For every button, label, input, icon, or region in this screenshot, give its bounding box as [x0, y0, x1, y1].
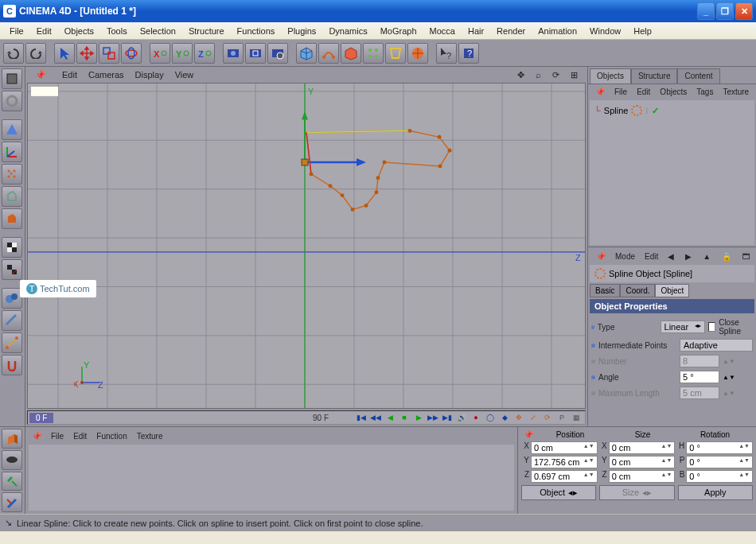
add-primitive-button[interactable] [296, 43, 317, 64]
tab-structure[interactable]: Structure [631, 68, 678, 84]
menu-tools[interactable]: Tools [100, 23, 134, 39]
pos-x-input[interactable]: 0 cm▲▼ [531, 441, 598, 454]
attrmgr-edit[interactable]: Edit [640, 251, 663, 262]
objmgr-texture[interactable]: Texture [719, 86, 753, 98]
menu-animation[interactable]: Animation [532, 23, 583, 39]
select-tool[interactable] [54, 43, 75, 64]
stop-button[interactable]: ■ [397, 411, 411, 424]
angle-input[interactable]: 5 ° [680, 371, 719, 383]
viewport-zoom-icon[interactable]: ⌕ [531, 68, 546, 82]
prev-key-button[interactable]: ◀◀ [368, 411, 383, 424]
help-pointer-button[interactable]: ? [436, 43, 457, 64]
redo-button[interactable] [25, 43, 46, 64]
pin-icon[interactable]: 📌 [591, 86, 609, 98]
next-key-button[interactable]: ▶▶ [426, 411, 440, 424]
tab-coord[interactable]: Coord. [620, 284, 655, 297]
viewport-menu-view[interactable]: View [170, 68, 199, 81]
mat-file[interactable]: File [46, 430, 68, 442]
add-spline-button[interactable] [318, 43, 339, 64]
close-hole-tool[interactable] [2, 492, 22, 512]
menu-dynamics[interactable]: Dynamics [322, 23, 373, 39]
edge-spline-button[interactable] [2, 332, 22, 353]
minimize-button[interactable]: _ [697, 2, 715, 20]
mat-function[interactable]: Function [92, 430, 131, 442]
model-mode-button[interactable] [2, 68, 22, 89]
pos-z-input[interactable]: 0.697 cm▲▼ [531, 470, 598, 483]
pos-y-input[interactable]: 172.756 cm▲▼ [531, 456, 598, 468]
move-tool[interactable] [76, 43, 97, 64]
header-size[interactable]: Size [606, 430, 679, 439]
optimize-tool[interactable] [2, 472, 22, 492]
edges-button[interactable] [2, 186, 22, 207]
x-axis-lock[interactable]: X [150, 43, 170, 64]
sound-button[interactable]: 🔊 [454, 411, 469, 424]
visibility-check-icon[interactable]: ✓ [652, 106, 659, 116]
add-deformer-button[interactable] [385, 43, 406, 64]
texture-axis-button[interactable] [2, 259, 22, 280]
texture-mode-button[interactable] [2, 237, 22, 258]
render-active-button[interactable] [245, 43, 266, 64]
tab-object[interactable]: Object [655, 284, 689, 297]
objmgr-objects[interactable]: Objects [656, 86, 691, 98]
viewport-rotate-icon[interactable]: ⟳ [548, 68, 564, 82]
anim-dot[interactable] [591, 375, 595, 379]
tab-content[interactable]: Content [677, 68, 719, 84]
apply-button[interactable]: Apply [678, 485, 753, 500]
pin-icon[interactable]: 📌 [30, 68, 51, 82]
record-button[interactable]: ● [469, 411, 483, 424]
key-rot-button[interactable]: ⟳ [540, 411, 555, 424]
key-button[interactable]: ◆ [497, 411, 512, 424]
type-dropdown[interactable]: Linear◂▸ [661, 321, 705, 333]
z-axis-lock[interactable]: Z [194, 43, 215, 64]
object-tree[interactable]: └ Spline ⁞ ✓ [590, 100, 754, 245]
menu-objects[interactable]: Objects [58, 23, 100, 39]
header-position[interactable]: Position [534, 430, 606, 439]
viewport-menu-edit[interactable]: Edit [57, 68, 82, 81]
nav-back-icon[interactable]: ◀ [663, 251, 679, 262]
objmgr-edit[interactable]: Edit [633, 86, 654, 98]
help-button[interactable]: ? [458, 43, 479, 64]
extrude-tool[interactable] [2, 429, 22, 449]
key-pos-button[interactable]: ✥ [512, 411, 526, 424]
tab-objects[interactable]: Objects [590, 68, 631, 84]
rotate-tool[interactable] [121, 43, 142, 64]
play-button[interactable]: ▶ [411, 411, 426, 424]
nav-fwd-icon[interactable]: ▶ [680, 251, 696, 262]
autokey-button[interactable]: ◯ [483, 411, 497, 424]
close-spline-checkbox[interactable] [708, 322, 716, 332]
rot-p-input[interactable]: 0 °▲▼ [686, 456, 753, 468]
size-z-input[interactable]: 0 cm▲▼ [609, 470, 676, 483]
mat-texture[interactable]: Texture [132, 430, 168, 442]
render-view-button[interactable] [223, 43, 244, 64]
goto-end-button[interactable]: ▶▮ [440, 411, 454, 424]
goto-start-button[interactable]: ▮◀ [354, 411, 368, 424]
tab-basic[interactable]: Basic [590, 284, 620, 297]
materials-area[interactable] [29, 445, 514, 511]
menu-mocca[interactable]: Mocca [423, 23, 462, 39]
viewport-layout-icon[interactable]: ⊞ [566, 68, 583, 82]
bevel-tool[interactable] [2, 450, 22, 470]
viewport-pan-icon[interactable]: ✥ [512, 68, 529, 82]
render-settings-button[interactable] [267, 43, 288, 64]
menu-structure[interactable]: Structure [182, 23, 231, 39]
lock-icon[interactable]: 🔒 [717, 251, 736, 262]
viewport-menu-cameras[interactable]: Cameras [84, 68, 129, 81]
make-editable-button[interactable] [2, 310, 22, 331]
add-nurbs-button[interactable] [341, 43, 361, 64]
menu-help[interactable]: Help [627, 23, 658, 39]
key-scale-button[interactable]: ⤢ [526, 411, 540, 424]
header-rotation[interactable]: Rotation [679, 430, 751, 439]
add-array-button[interactable] [363, 43, 384, 64]
undo-button[interactable] [3, 43, 24, 64]
intermediate-dropdown[interactable]: Adaptive [680, 339, 753, 352]
anim-dot[interactable] [591, 344, 595, 348]
polygons-button[interactable] [2, 208, 22, 229]
current-frame[interactable]: 0 F [29, 413, 53, 423]
axis-tool-button[interactable] [2, 142, 22, 162]
attrmgr-mode[interactable]: Mode [610, 251, 640, 262]
menu-selection[interactable]: Selection [134, 23, 182, 39]
object-mode-button[interactable]: Object◂▸ [521, 485, 596, 500]
pin-icon[interactable]: 📌 [591, 251, 610, 262]
menu-hair[interactable]: Hair [462, 23, 490, 39]
close-button[interactable]: ✕ [735, 2, 753, 20]
